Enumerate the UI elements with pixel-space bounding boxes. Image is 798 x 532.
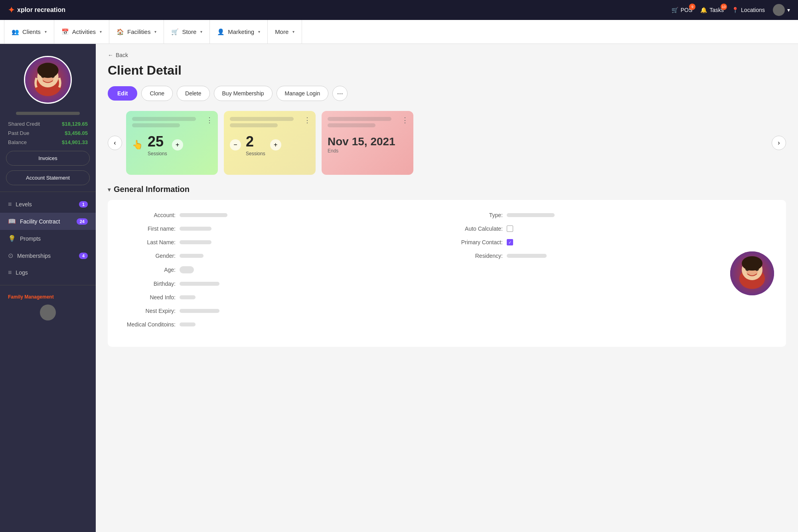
auto-calculate-label: Auto Calculate: — [447, 225, 503, 232]
cards-next-button[interactable]: › — [772, 136, 786, 150]
user-menu[interactable]: ▾ — [773, 4, 790, 16]
pos-button[interactable]: 🛒 9 POS — [672, 7, 693, 13]
invoices-button[interactable]: Invoices — [6, 151, 90, 166]
more-options-button[interactable]: ··· — [332, 86, 348, 101]
medical-label: Medical Conditoins: — [120, 321, 176, 328]
card3-menu-icon[interactable]: ⋮ — [401, 116, 409, 125]
svg-point-13 — [742, 256, 762, 271]
top-nav-right: 🛒 9 POS 🔔 10 Tasks 📍 Locations ▾ — [672, 4, 790, 16]
back-label: Back — [116, 52, 128, 58]
card1-menu-icon[interactable]: ⋮ — [206, 116, 213, 125]
sidebar-item-logs-left: ≡ Logs — [8, 269, 28, 276]
card2-count-area: 2 Sessions — [246, 133, 265, 156]
memberships-badge: 4 — [79, 253, 88, 259]
back-link[interactable]: ← Back — [108, 52, 786, 58]
facilities-label: Facilities — [127, 28, 150, 35]
nav-activities[interactable]: 📅 Activities ▾ — [54, 20, 109, 44]
medical-value — [180, 322, 196, 326]
balance-label: Balance — [8, 139, 27, 145]
manage-login-button[interactable]: Manage Login — [277, 86, 329, 101]
general-info-section-header[interactable]: ▾ General Information — [108, 185, 786, 194]
clients-label: Clients — [22, 28, 41, 35]
shared-credit-label: Shared Credit — [8, 121, 40, 127]
medical-row: Medical Conditoins: — [120, 321, 447, 328]
locations-button[interactable]: 📍 Locations — [732, 7, 765, 13]
family-member-avatar[interactable] — [40, 305, 56, 320]
account-row: Account: — [120, 212, 447, 218]
need-info-value — [180, 295, 196, 299]
card2-session-count: 2 — [246, 133, 265, 150]
card1-line2 — [132, 123, 180, 127]
firstname-row: First name: — [120, 225, 447, 232]
memberships-label: Memberships — [17, 253, 51, 259]
user-avatar — [773, 4, 785, 16]
nest-expiry-label: Nest Expiry: — [120, 308, 176, 314]
firstname-label: First name: — [120, 225, 176, 232]
age-toggle[interactable] — [180, 266, 194, 273]
primary-contact-checkbox[interactable]: ✓ — [507, 239, 513, 245]
nav-marketing[interactable]: 👤 Marketing ▾ — [210, 20, 268, 44]
cursor-icon: 👆 — [132, 140, 143, 150]
card3-line2 — [328, 123, 375, 127]
firstname-value — [180, 227, 211, 231]
card2-menu-icon[interactable]: ⋮ — [304, 116, 311, 125]
app-logo[interactable]: ✦ xplor recreation — [8, 5, 65, 15]
facility-contract-icon: 📖 — [8, 218, 16, 225]
age-label: Age: — [120, 267, 176, 273]
sidebar-item-levels[interactable]: ≡ Levels 1 — [0, 196, 96, 213]
pos-badge: 9 — [689, 4, 695, 10]
account-statement-button[interactable]: Account Statement — [6, 170, 90, 185]
card3-date-area: Nov 15, 2021 Ends — [328, 135, 407, 154]
tasks-button[interactable]: 🔔 10 Tasks — [700, 7, 724, 13]
more-label: More — [275, 28, 288, 35]
shared-credit-row: Shared Credit $18,129.65 — [8, 121, 88, 127]
nav-more[interactable]: More ▾ — [268, 20, 302, 44]
cards-prev-button[interactable]: ‹ — [108, 136, 122, 150]
facilities-chevron-icon: ▾ — [154, 30, 156, 34]
cart-icon: 🛒 — [672, 7, 678, 13]
store-chevron-icon: ▾ — [200, 30, 202, 34]
facility-contract-badge: 24 — [77, 218, 88, 225]
lastname-row: Last Name: — [120, 239, 447, 245]
logs-icon: ≡ — [8, 269, 12, 276]
activities-icon: 📅 — [61, 28, 69, 36]
buy-membership-button[interactable]: Buy Membership — [214, 86, 273, 101]
card1-add-button[interactable]: + — [172, 139, 183, 150]
main-content: ← Back Client Detail Edit Clone Delete B… — [96, 44, 798, 532]
nav-store[interactable]: 🛒 Store ▾ — [164, 20, 210, 44]
nest-expiry-row: Nest Expiry: — [120, 308, 447, 314]
facility-contract-label: Facility Contract — [20, 218, 60, 225]
general-info-panel: Account: First name: Last Name: Gender: … — [108, 200, 786, 347]
clients-chevron-icon: ▾ — [45, 30, 47, 34]
logs-label: Logs — [16, 269, 28, 276]
sidebar-stats: Shared Credit $18,129.65 Past Due $3,456… — [0, 121, 96, 148]
sidebar-item-logs[interactable]: ≡ Logs — [0, 264, 96, 281]
store-icon: 🛒 — [171, 28, 179, 36]
balance-value: $14,901.33 — [62, 139, 88, 145]
sidebar-item-prompts-left: 💡 Prompts — [8, 235, 41, 242]
clone-button[interactable]: Clone — [141, 86, 173, 101]
sidebar-divider — [0, 192, 96, 192]
sidebar-item-prompts[interactable]: 💡 Prompts — [0, 230, 96, 247]
card2-counter: − 2 Sessions + — [230, 133, 310, 156]
card1-session-label: Sessions — [148, 151, 167, 156]
membership-cards-container: ‹ ⋮ 👆 25 Sessions + — [108, 111, 786, 175]
delete-button[interactable]: Delete — [177, 86, 209, 101]
nav-clients[interactable]: 👥 Clients ▾ — [4, 20, 54, 44]
birthday-row: Birthday: — [120, 281, 447, 287]
sidebar-item-memberships[interactable]: ⊙ Memberships 4 — [0, 247, 96, 264]
auto-calculate-checkbox[interactable] — [507, 225, 513, 232]
prompts-label: Prompts — [20, 235, 41, 242]
card2-line2 — [230, 123, 278, 127]
nav-facilities[interactable]: 🏠 Facilities ▾ — [109, 20, 164, 44]
edit-button[interactable]: Edit — [108, 86, 137, 101]
primary-contact-label: Primary Contact: — [447, 239, 503, 245]
svg-point-6 — [37, 63, 58, 78]
card2-decrement-button[interactable]: − — [230, 139, 241, 150]
membership-card-3: ⋮ Nov 15, 2021 Ends — [322, 111, 413, 175]
shared-credit-value: $18,129.65 — [62, 121, 88, 127]
gender-label: Gender: — [120, 253, 176, 259]
page-title: Client Detail — [108, 63, 786, 78]
sidebar-item-facility-contract[interactable]: 📖 Facility Contract 24 — [0, 213, 96, 230]
card2-increment-button[interactable]: + — [270, 139, 281, 150]
